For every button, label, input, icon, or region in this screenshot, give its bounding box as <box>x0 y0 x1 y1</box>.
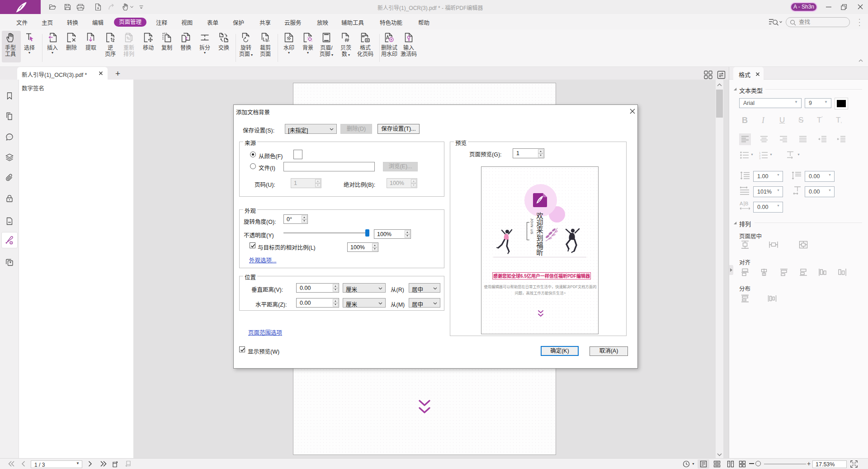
svg-text:B: B <box>745 201 748 206</box>
svg-text:3: 3 <box>759 157 761 160</box>
svg-text:A: A <box>740 201 743 206</box>
